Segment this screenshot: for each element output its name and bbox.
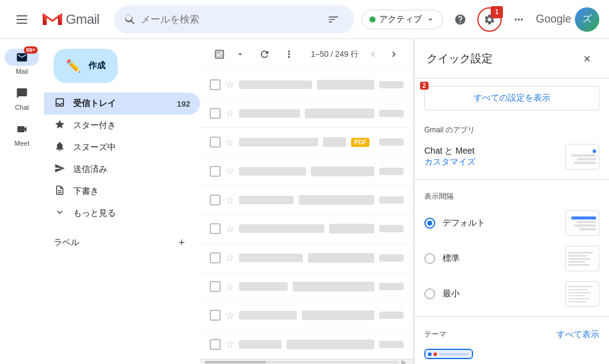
more-actions-button[interactable] xyxy=(279,45,299,64)
select-all-button[interactable] xyxy=(210,45,229,64)
snoozed-icon xyxy=(54,141,66,155)
help-button[interactable] xyxy=(448,7,472,32)
compose-icon: ✏️ xyxy=(66,59,81,73)
default-theme-thumbnail[interactable]: ✏ xyxy=(424,349,473,359)
email-row[interactable]: ☆ xyxy=(200,215,413,243)
star-icon[interactable]: ☆ xyxy=(226,194,234,206)
google-account-button[interactable]: Google ズ xyxy=(536,7,599,32)
star-icon[interactable]: ☆ xyxy=(226,165,234,177)
customize-link[interactable]: カスタマイズ xyxy=(424,157,558,168)
nav-item-starred[interactable]: スター付き xyxy=(44,115,200,137)
email-checkbox[interactable] xyxy=(210,339,221,350)
density-minimal-radio[interactable] xyxy=(424,288,435,299)
menu-button[interactable] xyxy=(10,7,34,32)
email-row[interactable]: ☆ PDF xyxy=(200,128,413,157)
email-row[interactable]: ☆ xyxy=(200,244,413,273)
step2-badge: 2 xyxy=(420,82,429,90)
scroll-thumb[interactable] xyxy=(205,361,266,363)
density-standard-preview xyxy=(565,246,599,271)
email-time xyxy=(379,81,404,88)
more-options-button[interactable] xyxy=(507,7,531,32)
search-options-button[interactable] xyxy=(322,9,344,30)
email-checkbox[interactable] xyxy=(210,281,221,292)
svg-rect-1 xyxy=(16,19,27,20)
email-checkbox[interactable] xyxy=(210,252,221,263)
email-row[interactable]: ☆ xyxy=(200,273,413,301)
sidebar-item-chat[interactable]: Chat xyxy=(0,80,44,116)
theme-dot-blue xyxy=(428,352,432,356)
select-dropdown-button[interactable] xyxy=(230,45,250,64)
more-icon xyxy=(54,207,66,221)
star-icon[interactable]: ☆ xyxy=(226,252,234,263)
email-row[interactable]: ☆ xyxy=(200,186,413,215)
sender-name xyxy=(239,311,297,319)
nav-item-drafts[interactable]: 下書き xyxy=(44,180,200,202)
inbox-icon xyxy=(54,97,66,111)
density-minimal-option[interactable]: 最小 xyxy=(415,276,609,312)
star-icon[interactable]: ☆ xyxy=(226,223,234,235)
more-label: もっと見る xyxy=(73,208,190,219)
sender-name xyxy=(239,340,282,349)
chat-icon xyxy=(16,87,28,99)
email-row[interactable]: ☆ xyxy=(200,99,413,128)
density-default-radio[interactable] xyxy=(424,218,435,229)
sender-name xyxy=(239,254,303,262)
meet-icon xyxy=(16,123,28,135)
starred-label: スター付き xyxy=(73,120,190,131)
density-standard-label: 標準 xyxy=(443,253,558,264)
horizontal-scrollbar[interactable]: ▶ xyxy=(200,359,413,364)
email-checkbox[interactable] xyxy=(210,194,221,205)
themes-all-link[interactable]: すべて表示 xyxy=(557,329,599,340)
quick-settings-close-button[interactable]: × xyxy=(577,49,597,68)
email-row[interactable]: ☆ xyxy=(200,301,413,330)
nav-item-sent[interactable]: 送信済み xyxy=(44,159,200,180)
email-snippet xyxy=(305,109,374,118)
mail-icon-circle: 99+ xyxy=(5,49,39,66)
email-time xyxy=(379,225,404,232)
email-row[interactable]: ☆ xyxy=(200,157,413,186)
sidebar-item-meet[interactable]: Meet xyxy=(0,116,44,152)
nav-item-snoozed[interactable]: スヌーズ中 xyxy=(44,137,200,159)
prev-page-button[interactable] xyxy=(363,45,383,64)
active-status-badge[interactable]: アクティブ xyxy=(361,10,443,29)
header: Gmail アクティブ 1 Google xyxy=(0,0,609,39)
drafts-label: 下書き xyxy=(73,186,190,197)
settings-button[interactable]: 1 xyxy=(477,7,502,32)
email-checkbox[interactable] xyxy=(210,108,221,119)
density-standard-option[interactable]: 標準 xyxy=(415,241,609,276)
quick-settings-header: クイック設定 × xyxy=(415,39,609,79)
email-checkbox[interactable] xyxy=(210,310,221,321)
star-icon[interactable]: ☆ xyxy=(226,281,234,293)
email-checkbox[interactable] xyxy=(210,79,221,90)
star-icon[interactable]: ☆ xyxy=(226,310,234,321)
density-default-option[interactable]: デフォルト xyxy=(415,205,609,241)
active-dot xyxy=(369,16,376,23)
email-row[interactable]: ☆ xyxy=(200,70,413,99)
chat-meet-label: Chat と Meet xyxy=(424,146,558,157)
gmail-title: Gmail xyxy=(66,12,99,27)
compose-button[interactable]: ✏️ 作成 xyxy=(54,49,118,83)
next-page-button[interactable] xyxy=(384,45,404,64)
density-default-label: デフォルト xyxy=(443,218,558,229)
nav-item-inbox[interactable]: 受信トレイ 192 xyxy=(44,93,200,115)
search-input[interactable] xyxy=(141,14,318,25)
star-icon[interactable]: ☆ xyxy=(226,79,234,90)
star-icon[interactable]: ☆ xyxy=(226,338,234,350)
search-icon xyxy=(124,13,136,26)
email-snippet xyxy=(329,224,374,234)
refresh-button[interactable] xyxy=(255,45,274,64)
active-label: アクティブ xyxy=(379,14,422,25)
labels-add-button[interactable]: + xyxy=(173,234,190,251)
email-checkbox[interactable] xyxy=(210,166,221,177)
email-row[interactable]: ☆ xyxy=(200,330,413,359)
sidebar-item-mail[interactable]: 99+ Mail xyxy=(0,44,44,80)
all-settings-button[interactable]: すべての設定を表示 2 xyxy=(424,86,599,110)
star-icon[interactable]: ☆ xyxy=(226,137,234,148)
density-standard-radio[interactable] xyxy=(424,253,435,264)
svg-rect-2 xyxy=(16,23,27,24)
nav-item-more[interactable]: もっと見る xyxy=(44,202,200,224)
page-info: 1–50 / 249 行 xyxy=(311,49,358,60)
email-checkbox[interactable] xyxy=(210,137,221,148)
email-checkbox[interactable] xyxy=(210,223,221,234)
star-icon[interactable]: ☆ xyxy=(226,107,234,119)
